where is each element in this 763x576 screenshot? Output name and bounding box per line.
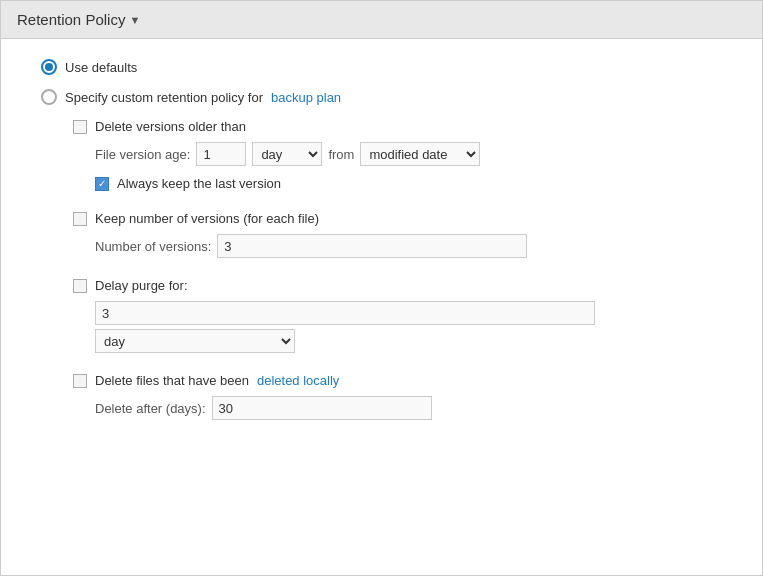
use-defaults-row: Use defaults bbox=[41, 59, 722, 75]
delete-files-link[interactable]: deleted locally bbox=[257, 373, 339, 388]
always-keep-checkbox[interactable] bbox=[95, 177, 109, 191]
custom-policy-link[interactable]: backup plan bbox=[271, 90, 341, 105]
delay-purge-value-input[interactable] bbox=[95, 301, 595, 325]
always-keep-row: Always keep the last version bbox=[95, 176, 722, 191]
delay-purge-checkbox[interactable] bbox=[73, 279, 87, 293]
delete-files-row: Delete files that have been deleted loca… bbox=[73, 373, 722, 388]
custom-policy-radio[interactable] bbox=[41, 89, 57, 105]
date-dropdown[interactable]: modified date creation date backup date bbox=[360, 142, 480, 166]
retention-policy-panel: Retention Policy ▼ Use defaults Specify … bbox=[0, 0, 763, 576]
delete-versions-label: Delete versions older than bbox=[95, 119, 246, 134]
panel-body: Use defaults Specify custom retention po… bbox=[1, 39, 762, 575]
delay-purge-row: Delay purge for: bbox=[73, 278, 722, 293]
delay-purge-label: Delay purge for: bbox=[95, 278, 188, 293]
keep-number-row: Keep number of versions (for each file) bbox=[73, 211, 722, 226]
delay-purge-fields: day week month year bbox=[95, 301, 722, 353]
delete-files-section: Delete files that have been deleted loca… bbox=[73, 373, 722, 420]
number-of-versions-input[interactable] bbox=[217, 234, 527, 258]
header-dropdown-arrow[interactable]: ▼ bbox=[129, 14, 140, 26]
file-version-age-row: File version age: day week month year fr… bbox=[95, 142, 722, 166]
keep-number-section: Keep number of versions (for each file) … bbox=[73, 211, 722, 258]
delete-after-row: Delete after (days): bbox=[95, 396, 722, 420]
delete-versions-section: Delete versions older than File version … bbox=[73, 119, 722, 191]
delete-files-checkbox[interactable] bbox=[73, 374, 87, 388]
file-version-age-label: File version age: bbox=[95, 147, 190, 162]
custom-policy-label-prefix: Specify custom retention policy for bbox=[65, 90, 263, 105]
use-defaults-label: Use defaults bbox=[65, 60, 137, 75]
delete-files-label-prefix: Delete files that have been bbox=[95, 373, 249, 388]
keep-number-checkbox[interactable] bbox=[73, 212, 87, 226]
day-dropdown[interactable]: day week month year bbox=[252, 142, 322, 166]
keep-number-label: Keep number of versions (for each file) bbox=[95, 211, 319, 226]
always-keep-label: Always keep the last version bbox=[117, 176, 281, 191]
delete-versions-checkbox[interactable] bbox=[73, 120, 87, 134]
delete-versions-row: Delete versions older than bbox=[73, 119, 722, 134]
delete-after-label: Delete after (days): bbox=[95, 401, 206, 416]
panel-header: Retention Policy ▼ bbox=[1, 1, 762, 39]
from-label: from bbox=[328, 147, 354, 162]
delay-day-dropdown[interactable]: day week month year bbox=[95, 329, 295, 353]
use-defaults-radio[interactable] bbox=[41, 59, 57, 75]
number-of-versions-label: Number of versions: bbox=[95, 239, 211, 254]
file-version-age-input[interactable] bbox=[196, 142, 246, 166]
number-of-versions-row: Number of versions: bbox=[95, 234, 722, 258]
custom-policy-row: Specify custom retention policy for back… bbox=[41, 89, 722, 105]
delay-purge-section: Delay purge for: day week month year bbox=[73, 278, 722, 353]
delete-after-input[interactable] bbox=[212, 396, 432, 420]
panel-title: Retention Policy bbox=[17, 11, 125, 28]
